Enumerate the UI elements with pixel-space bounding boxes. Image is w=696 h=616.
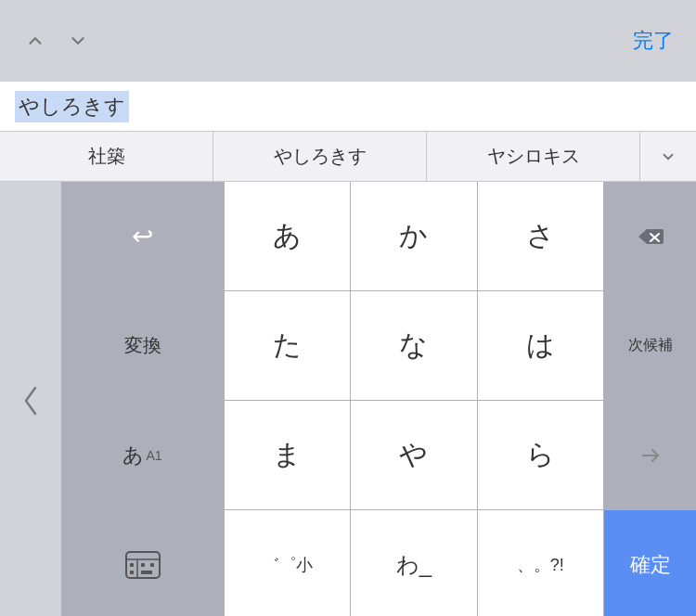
keyboard-row-4: ゛゜小 わ_ 、。?! 確定: [61, 510, 696, 616]
svg-rect-7: [141, 563, 145, 567]
suggestions-expand-button[interactable]: [640, 132, 696, 181]
henkan-key[interactable]: 変換: [61, 291, 225, 400]
key-wa[interactable]: わ_: [351, 510, 477, 616]
svg-rect-9: [130, 571, 134, 574]
key-ta[interactable]: た: [225, 291, 351, 400]
row4-center-keys: ゛゜小 わ_ 、。?!: [225, 510, 603, 616]
keyboard-row-3: あ A1 ま や ら: [61, 401, 696, 510]
keyboard-grid: ↩ あ か さ 変換 た な は: [61, 182, 696, 616]
row3-center-keys: ま や ら: [225, 401, 603, 509]
arrow-right-key[interactable]: [603, 401, 696, 509]
delete-key[interactable]: [603, 182, 696, 290]
key-na[interactable]: な: [351, 291, 477, 400]
kana-mode-key[interactable]: あ A1: [61, 401, 225, 509]
key-a[interactable]: あ: [225, 182, 351, 290]
key-ma[interactable]: ま: [225, 401, 351, 509]
confirm-key[interactable]: 確定: [603, 510, 696, 616]
symbol-key[interactable]: [61, 510, 225, 616]
suggestion-item-3[interactable]: ヤシロキス: [427, 132, 640, 181]
row1-center-keys: あ か さ: [225, 182, 603, 290]
key-ra[interactable]: ら: [478, 401, 603, 509]
keyboard-back-button[interactable]: [0, 182, 61, 616]
suggestion-item-2[interactable]: やしろきす: [213, 132, 427, 181]
key-ka[interactable]: か: [351, 182, 477, 290]
top-bar: 完了: [0, 0, 696, 82]
input-text: やしろきす: [15, 91, 129, 122]
suggestions-row: 社築 やしろきす ヤシロキス: [0, 132, 696, 182]
keyboard-row-2: 変換 た な は 次候補: [61, 291, 696, 401]
nav-down-button[interactable]: [65, 28, 91, 54]
suggestion-item-1[interactable]: 社築: [0, 132, 213, 181]
nav-arrows: [22, 28, 91, 54]
input-area: やしろきす: [0, 82, 696, 132]
keyboard-row-1: ↩ あ か さ: [61, 182, 696, 291]
nav-up-button[interactable]: [22, 28, 48, 54]
done-button[interactable]: 完了: [633, 27, 674, 55]
key-sa[interactable]: さ: [478, 182, 603, 290]
key-ya[interactable]: や: [351, 401, 477, 509]
key-dakuten[interactable]: ゛゜小: [225, 510, 351, 616]
row2-center-keys: た な は: [225, 291, 603, 400]
undo-key[interactable]: ↩: [61, 182, 225, 290]
next-candidate-key[interactable]: 次候補: [603, 291, 696, 400]
svg-rect-8: [150, 563, 154, 567]
key-ha[interactable]: は: [478, 291, 603, 400]
key-punctuation[interactable]: 、。?!: [478, 510, 603, 616]
svg-rect-6: [130, 563, 134, 567]
svg-rect-10: [141, 571, 152, 574]
keyboard-area: ↩ あ か さ 変換 た な は: [0, 182, 696, 616]
